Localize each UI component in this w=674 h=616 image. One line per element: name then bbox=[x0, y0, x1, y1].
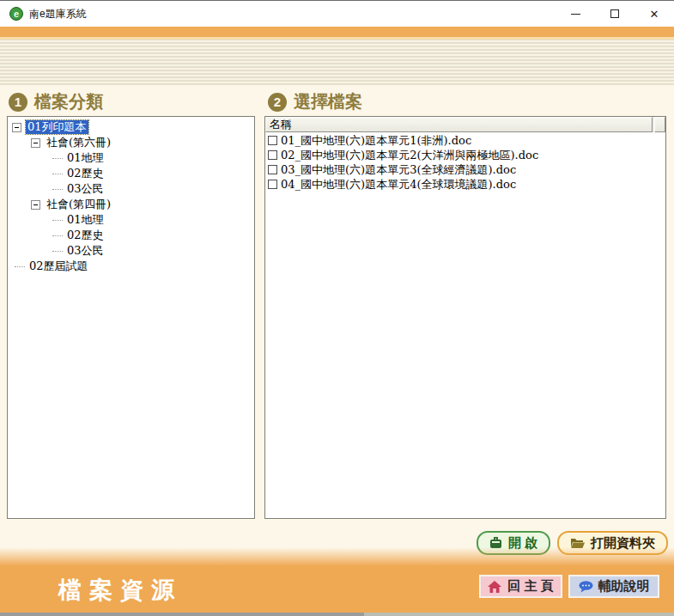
file-item-label[interactable]: 04_國中地理(六)題本單元4(全球環境議題).doc bbox=[281, 177, 516, 192]
title-bar: e 南e題庫系統 ✕ bbox=[0, 1, 674, 27]
tree-indent bbox=[8, 158, 46, 159]
tree-indent bbox=[8, 220, 46, 221]
section-header-file-category: 1 檔案分類 bbox=[9, 90, 103, 113]
file-checkbox[interactable] bbox=[268, 136, 277, 145]
minimize-button[interactable] bbox=[556, 1, 595, 27]
tree-connector bbox=[52, 189, 63, 190]
close-button[interactable]: ✕ bbox=[635, 1, 674, 27]
page-title: 檔案資源 bbox=[58, 575, 182, 606]
app-window: e 南e題庫系統 ✕ 1 檔案分類 2 選擇檔案 01列印題本社會(第六冊)01… bbox=[0, 0, 674, 616]
tree-item[interactable]: 社會(第六冊) bbox=[8, 135, 254, 150]
tree-item-label[interactable]: 02歷史 bbox=[65, 229, 106, 242]
file-checkbox[interactable] bbox=[268, 150, 277, 160]
app-icon: e bbox=[9, 7, 23, 21]
footer-bar: 檔案資源 回 主 頁 輔助說明 bbox=[0, 566, 674, 613]
window-controls: ✕ bbox=[556, 1, 674, 27]
column-header-name[interactable]: 名稱 bbox=[265, 117, 653, 132]
tree-collapse-icon[interactable] bbox=[31, 138, 40, 148]
tree-item-label[interactable]: 01列印題本 bbox=[26, 120, 88, 134]
category-tree-panel: 01列印題本社會(第六冊)01地理02歷史03公民社會(第四冊)01地理02歷史… bbox=[7, 116, 255, 519]
section-header-select-file: 2 選擇檔案 bbox=[268, 90, 362, 113]
tree-item[interactable]: 03公民 bbox=[8, 181, 254, 197]
file-list-panel: 名稱 01_國中地理(六)題本單元1(非洲).doc02_國中地理(六)題本單元… bbox=[264, 116, 666, 519]
tree-connector bbox=[52, 158, 63, 159]
orange-band bbox=[0, 27, 674, 37]
file-item-label[interactable]: 02_國中地理(六)題本單元2(大洋洲與兩極地區).doc bbox=[281, 148, 538, 163]
tree-item[interactable]: 社會(第四冊) bbox=[8, 197, 254, 212]
list-header: 名稱 bbox=[265, 117, 665, 132]
tree-item[interactable]: 01列印題本 bbox=[8, 119, 254, 135]
tree-connector bbox=[52, 174, 63, 174]
tree-item-label[interactable]: 01地理 bbox=[65, 213, 106, 227]
home-button[interactable]: 回 主 頁 bbox=[479, 575, 562, 598]
tree-indent bbox=[8, 235, 46, 236]
maximize-icon bbox=[610, 9, 619, 18]
tree-indent bbox=[8, 251, 46, 252]
tree-item-label[interactable]: 社會(第四冊) bbox=[45, 198, 112, 211]
tree-item-label[interactable]: 03公民 bbox=[65, 182, 106, 196]
close-icon: ✕ bbox=[650, 9, 659, 20]
tree-connector bbox=[52, 220, 63, 221]
tree-item[interactable]: 01地理 bbox=[8, 150, 254, 166]
file-item[interactable]: 01_國中地理(六)題本單元1(非洲).doc bbox=[265, 133, 665, 148]
home-button-label: 回 主 頁 bbox=[507, 578, 553, 595]
column-header-extra bbox=[654, 117, 665, 132]
tree-collapse-icon[interactable] bbox=[12, 123, 21, 132]
striped-band bbox=[0, 37, 674, 85]
tree-item-label[interactable]: 01地理 bbox=[65, 151, 106, 165]
file-item[interactable]: 03_國中地理(六)題本單元3(全球經濟議題).doc bbox=[265, 162, 665, 177]
file-item[interactable]: 02_國中地理(六)題本單元2(大洋洲與兩極地區).doc bbox=[265, 148, 665, 162]
tree-item[interactable]: 01地理 bbox=[8, 212, 254, 228]
file-checkbox[interactable] bbox=[268, 165, 277, 174]
tree-item-label[interactable]: 03公民 bbox=[65, 244, 106, 258]
step-2-icon: 2 bbox=[268, 93, 287, 112]
help-button[interactable]: 輔助說明 bbox=[568, 575, 659, 598]
file-item-label[interactable]: 03_國中地理(六)題本單元3(全球經濟議題).doc bbox=[281, 162, 516, 178]
tree-connector bbox=[15, 266, 25, 267]
tree-item[interactable]: 02歷史 bbox=[8, 228, 254, 243]
file-list: 01_國中地理(六)題本單元1(非洲).doc02_國中地理(六)題本單元2(大… bbox=[265, 132, 665, 192]
file-item-label[interactable]: 01_國中地理(六)題本單元1(非洲).doc bbox=[281, 133, 471, 149]
window-title: 南e題庫系統 bbox=[29, 7, 87, 21]
tree-indent bbox=[8, 189, 46, 190]
file-checkbox[interactable] bbox=[268, 180, 277, 189]
tree-collapse-icon[interactable] bbox=[31, 200, 40, 210]
maximize-button[interactable] bbox=[595, 1, 635, 27]
tree-item-label[interactable]: 02歷屆試題 bbox=[27, 259, 90, 273]
window-bottom-edge bbox=[0, 613, 674, 616]
tree-item[interactable]: 02歷史 bbox=[8, 166, 254, 181]
minimize-icon bbox=[571, 14, 580, 15]
file-item[interactable]: 04_國中地理(六)題本單元4(全球環境議題).doc bbox=[265, 177, 665, 192]
tree-indent bbox=[8, 143, 27, 143]
step-1-icon: 1 bbox=[9, 93, 27, 112]
tree-indent bbox=[8, 174, 46, 174]
home-icon bbox=[488, 581, 501, 593]
tree-connector bbox=[52, 235, 63, 236]
tree-connector bbox=[52, 251, 63, 252]
tree-indent bbox=[8, 204, 27, 205]
speech-bubble-icon bbox=[579, 581, 593, 593]
file-tree: 01列印題本社會(第六冊)01地理02歷史03公民社會(第四冊)01地理02歷史… bbox=[8, 117, 254, 274]
tree-item-label[interactable]: 社會(第六冊) bbox=[45, 136, 112, 149]
tree-item[interactable]: 02歷屆試題 bbox=[8, 259, 254, 274]
footer-gradient bbox=[0, 547, 674, 566]
tree-item-label[interactable]: 02歷史 bbox=[65, 167, 106, 180]
left-panel-title: 檔案分類 bbox=[34, 90, 103, 113]
help-button-label: 輔助說明 bbox=[598, 578, 650, 595]
right-panel-title: 選擇檔案 bbox=[294, 90, 362, 113]
tree-item[interactable]: 03公民 bbox=[8, 243, 254, 259]
